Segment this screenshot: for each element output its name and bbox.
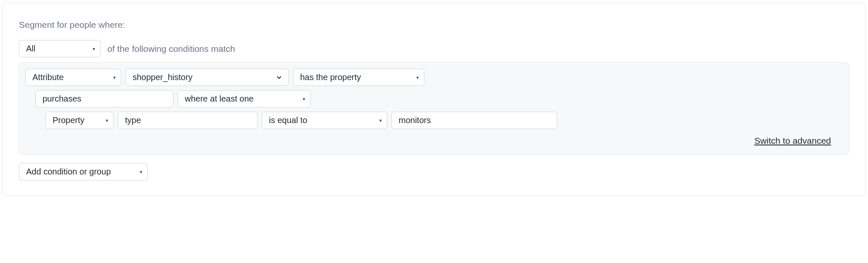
nested-property-input[interactable]: purchases bbox=[35, 90, 173, 107]
switch-to-advanced-link[interactable]: Switch to advanced bbox=[754, 136, 831, 146]
caret-down-icon: ▾ bbox=[416, 75, 419, 80]
caret-down-icon: ▾ bbox=[113, 75, 116, 80]
predicate-value: has the property bbox=[300, 72, 361, 82]
advanced-row: Switch to advanced bbox=[25, 133, 843, 147]
caret-down-icon: ▾ bbox=[106, 118, 108, 123]
quantifier-select[interactable]: where at least one ▾ bbox=[178, 90, 311, 107]
value-input[interactable]: monitors bbox=[391, 112, 557, 129]
caret-down-icon: ▾ bbox=[93, 46, 95, 51]
conditions-suffix: of the following conditions match bbox=[107, 44, 235, 54]
inner-kind-value: Property bbox=[53, 115, 85, 125]
inner-field-input[interactable]: type bbox=[118, 112, 258, 129]
attribute-name-input[interactable]: shopper_history bbox=[125, 69, 289, 86]
caret-down-icon: ▾ bbox=[379, 118, 382, 123]
predicate-select[interactable]: has the property ▾ bbox=[293, 69, 424, 86]
comparator-select[interactable]: is equal to ▾ bbox=[262, 112, 387, 129]
attribute-name-value: shopper_history bbox=[133, 72, 270, 82]
condition-row-3: Property ▾ type is equal to ▾ monitors bbox=[45, 112, 843, 129]
segment-builder-panel: Segment for people where: All ▾ of the f… bbox=[3, 3, 865, 196]
operator-value: All bbox=[26, 44, 35, 54]
operator-select[interactable]: All ▾ bbox=[19, 40, 101, 57]
footer-row: Add condition or group ▾ bbox=[19, 163, 849, 180]
quantifier-value: where at least one bbox=[185, 94, 253, 104]
condition-row-1: Attribute ▾ shopper_history has the prop… bbox=[25, 69, 843, 86]
condition-type-value: Attribute bbox=[32, 72, 64, 82]
caret-down-icon: ▾ bbox=[303, 97, 305, 102]
conditions-container: Attribute ▾ shopper_history has the prop… bbox=[19, 62, 849, 155]
inner-kind-select[interactable]: Property ▾ bbox=[45, 112, 114, 129]
condition-type-select[interactable]: Attribute ▾ bbox=[25, 69, 121, 86]
chevron-down-icon bbox=[276, 74, 282, 81]
caret-down-icon: ▾ bbox=[140, 169, 142, 174]
add-condition-label: Add condition or group bbox=[26, 167, 111, 177]
comparator-value: is equal to bbox=[269, 115, 307, 125]
inner-field-value: type bbox=[125, 115, 251, 125]
segment-header: Segment for people where: bbox=[19, 20, 849, 30]
nested-property-value: purchases bbox=[43, 94, 167, 104]
operator-row: All ▾ of the following conditions match bbox=[19, 40, 849, 57]
condition-row-2: purchases where at least one ▾ bbox=[35, 90, 843, 107]
value-text: monitors bbox=[399, 115, 551, 125]
add-condition-button[interactable]: Add condition or group ▾ bbox=[19, 163, 148, 180]
